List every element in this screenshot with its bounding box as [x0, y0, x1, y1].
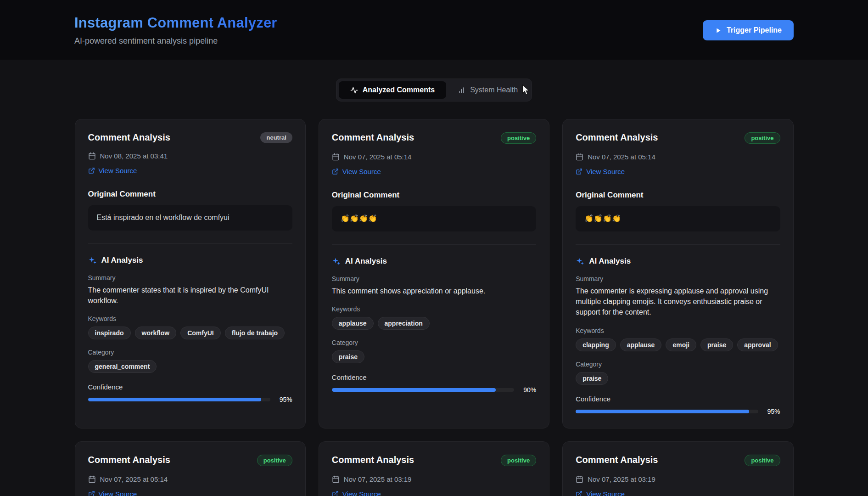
- summary-text: The commenter states that it is inspired…: [88, 285, 292, 306]
- calendar-icon: [332, 475, 340, 483]
- summary-text: This comment shows appreciation or appla…: [332, 286, 536, 296]
- external-link-icon: [88, 490, 95, 496]
- card-header-row: Comment Analysis positive: [332, 132, 536, 144]
- page-subtitle: AI-powered sentiment analysis pipeline: [74, 36, 277, 46]
- confidence-track: [332, 388, 514, 392]
- card-date-row: Nov 08, 2025 at 03:41: [88, 152, 292, 160]
- keyword-pill: inspirado: [88, 327, 131, 339]
- play-icon: [715, 27, 722, 34]
- keywords-label: Keywords: [88, 315, 292, 322]
- keywords-label: Keywords: [332, 305, 536, 313]
- ai-analysis-header: AI Analysis: [88, 256, 292, 265]
- confidence-label: Confidence: [332, 373, 536, 381]
- ai-analysis-section: AI Analysis Summary The commenter is exp…: [576, 244, 780, 415]
- view-source-label: View Source: [342, 490, 381, 496]
- confidence-row: 90%: [332, 386, 536, 394]
- comment-text: 👏👏👏👏: [576, 206, 780, 231]
- view-source-label: View Source: [586, 490, 625, 496]
- comment-card: Comment Analysis positive Nov 07, 2025 a…: [562, 441, 793, 496]
- keyword-pill: applause: [332, 317, 374, 330]
- comment-card: Comment Analysis positive Nov 07, 2025 a…: [319, 441, 549, 496]
- keywords-label: Keywords: [576, 327, 780, 334]
- keyword-pill: applause: [620, 338, 662, 351]
- sentiment-badge: neutral: [260, 132, 292, 143]
- original-comment-heading: Original Comment: [576, 191, 780, 200]
- view-source-link[interactable]: View Source: [332, 490, 381, 496]
- external-link-icon: [332, 168, 339, 175]
- sparkles-icon: [88, 256, 97, 265]
- confidence-row: 95%: [576, 408, 780, 415]
- sentiment-badge: positive: [257, 455, 292, 466]
- page-title: Instagram Comment Analyzer: [74, 15, 277, 31]
- keyword-pill: emoji: [666, 338, 696, 351]
- view-source-label: View Source: [342, 168, 381, 175]
- card-date: Nov 07, 2025 at 03:19: [344, 475, 412, 483]
- confidence-track: [576, 410, 758, 413]
- card-header-row: Comment Analysis positive: [576, 132, 780, 144]
- view-source-link[interactable]: View Source: [576, 168, 625, 175]
- summary-label: Summary: [88, 274, 292, 282]
- keywords-list: inspiradoworkflowComfyUIflujo de trabajo: [88, 327, 292, 339]
- tab-system-health[interactable]: System Health: [446, 81, 529, 99]
- category-pill: praise: [576, 372, 608, 385]
- external-link-icon: [576, 490, 582, 496]
- category-label: Category: [332, 339, 536, 346]
- card-date: Nov 07, 2025 at 05:14: [344, 153, 412, 161]
- keyword-pill: appreciation: [378, 317, 430, 330]
- view-source-link[interactable]: View Source: [88, 490, 137, 496]
- trigger-pipeline-label: Trigger Pipeline: [727, 26, 782, 34]
- cards-grid: Comment Analysis neutral Nov 08, 2025 at…: [75, 119, 794, 496]
- trigger-pipeline-button[interactable]: Trigger Pipeline: [703, 20, 794, 40]
- ai-analysis-heading: AI Analysis: [589, 257, 631, 266]
- card-date-row: Nov 07, 2025 at 03:19: [332, 475, 536, 483]
- card-header-row: Comment Analysis neutral: [88, 132, 292, 143]
- sentiment-badge: positive: [501, 132, 536, 144]
- comment-card: Comment Analysis neutral Nov 08, 2025 at…: [75, 119, 306, 428]
- sentiment-badge: positive: [501, 455, 536, 466]
- view-source-link[interactable]: View Source: [88, 167, 137, 175]
- keywords-list: applauseappreciation: [332, 317, 536, 330]
- sentiment-badge: positive: [745, 455, 780, 466]
- card-title: Comment Analysis: [88, 455, 170, 465]
- ai-analysis-heading: AI Analysis: [345, 257, 387, 266]
- card-date-row: Nov 07, 2025 at 05:14: [88, 475, 292, 483]
- card-date: Nov 07, 2025 at 03:19: [588, 475, 655, 483]
- activity-icon: [350, 86, 358, 94]
- card-header-row: Comment Analysis positive: [576, 455, 780, 466]
- sparkles-icon: [332, 257, 341, 266]
- card-date-row: Nov 07, 2025 at 03:19: [576, 475, 780, 483]
- view-source-link[interactable]: View Source: [576, 490, 625, 496]
- summary-label: Summary: [332, 275, 536, 282]
- summary-text: The commenter is expressing applause and…: [576, 286, 780, 318]
- comment-card: Comment Analysis positive Nov 07, 2025 a…: [75, 441, 306, 496]
- keywords-list: clappingapplauseemojipraiseapproval: [576, 338, 780, 351]
- calendar-icon: [576, 153, 583, 161]
- summary-label: Summary: [576, 275, 780, 282]
- keyword-pill: flujo de trabajo: [225, 327, 285, 339]
- category-label: Category: [88, 349, 292, 356]
- comment-card: Comment Analysis positive Nov 07, 2025 a…: [562, 119, 793, 428]
- tab-analyzed-comments[interactable]: Analyzed Comments: [339, 81, 446, 99]
- card-date: Nov 08, 2025 at 03:41: [100, 152, 168, 160]
- keyword-pill: approval: [737, 338, 778, 351]
- card-date-row: Nov 07, 2025 at 05:14: [332, 153, 536, 161]
- card-header-row: Comment Analysis positive: [332, 455, 536, 466]
- category-list: general_comment: [88, 360, 292, 373]
- confidence-track: [88, 398, 270, 401]
- ai-analysis-header: AI Analysis: [576, 257, 780, 266]
- app-header: Instagram Comment Analyzer AI-powered se…: [0, 0, 868, 60]
- keyword-pill: ComfyUI: [180, 327, 221, 339]
- view-source-link[interactable]: View Source: [332, 168, 381, 175]
- ai-analysis-heading: AI Analysis: [101, 256, 143, 265]
- comment-text: 👏👏👏👏: [332, 206, 536, 231]
- card-title: Comment Analysis: [576, 455, 658, 465]
- sentiment-badge: positive: [745, 132, 780, 144]
- card-date: Nov 07, 2025 at 05:14: [588, 153, 655, 161]
- header-text-block: Instagram Comment Analyzer AI-powered se…: [74, 15, 277, 46]
- sparkles-icon: [576, 257, 584, 266]
- card-date-row: Nov 07, 2025 at 05:14: [576, 153, 780, 161]
- confidence-percent: 95%: [764, 408, 780, 415]
- view-source-label: View Source: [99, 490, 137, 496]
- calendar-icon: [332, 153, 340, 161]
- confidence-fill: [88, 398, 261, 401]
